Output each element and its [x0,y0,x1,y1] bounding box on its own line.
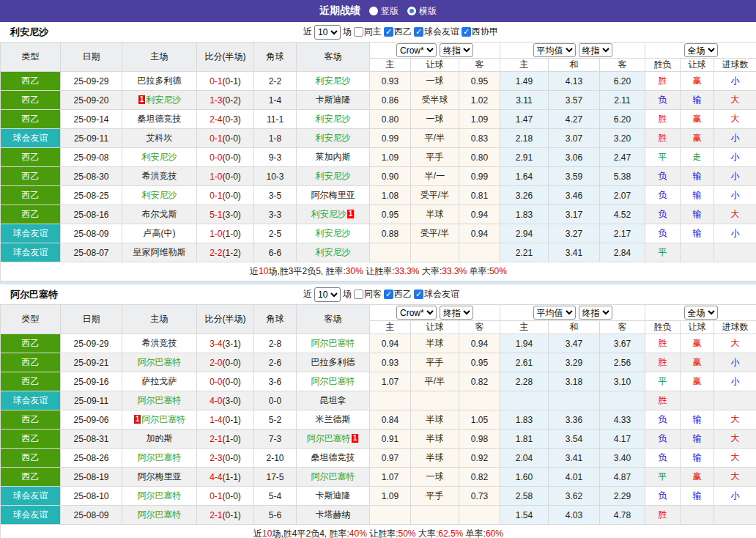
date-cell: 25-08-09 [61,506,122,525]
result-cell: 小 [714,167,756,186]
handicap-odds-cell: 0.83 [459,129,500,148]
bookmaker-select[interactable]: Crow* [396,43,437,57]
match-count-select[interactable]: 10 [314,25,341,40]
checkbox-icon[interactable]: ✓ [414,290,423,299]
corner-cell: 3-3 [254,205,297,224]
handicap-odds-cell: 1.07 [370,372,411,391]
team-cell-name: 利安尼沙 [316,228,351,238]
filter-games-label: 场 [343,288,352,301]
average-odds-cell: 3.41 [549,449,600,468]
result-cell: 赢 [681,353,714,372]
topbar: 近期战绩 竖版 横版 [0,0,756,22]
column-header: 客场 [297,43,370,72]
average-select[interactable]: 平均值 [533,306,576,320]
handicap-odds-cell: 0.99 [370,129,411,148]
handicap-odds-cell: 1.05 [459,410,500,430]
result-cell: 输 [681,487,714,506]
team-cell-name: 阿尔巴塞特 [138,452,182,463]
summary-row: 近10场,胜4平2负4, 胜率:40% 让胜率:50% 大率:62.5% 单率:… [1,525,756,538]
filter-checkbox-西协甲[interactable]: ✓西协甲 [462,26,498,38]
result-cell: 输 [681,430,714,449]
result-cell: 赢 [681,72,714,91]
away-team-cell: 昆坦拿 [297,391,370,410]
match-count-select[interactable]: 10 [314,287,341,302]
team-cell-name: 加的斯 [147,433,173,443]
full-match-select[interactable]: 全场 [684,43,718,57]
filter-games-label: 场 [343,26,352,38]
league-type-cell: 西乙 [1,205,61,224]
result-cell: 平 [645,148,681,167]
away-team-cell: 利安尼沙 [297,167,370,186]
team-sections-container: 利安尼沙近10场同主✓西乙✓球会友谊✓西协甲类型日期主场比分(半场)角球客场Cr… [0,22,756,538]
average-odds-cell: 2.47 [600,148,645,167]
handicap-odds-cell: 0.95 [370,205,411,224]
date-cell: 25-09-29 [61,72,122,91]
filter-checkbox-同客[interactable]: 同客 [354,288,382,301]
result-cell: 负 [645,205,681,224]
date-cell: 25-09-29 [61,334,122,353]
team-cell-name: 桑坦德竞技 [138,114,182,124]
corner-cell: 6-6 [254,243,297,262]
handicap-odds-cell [411,391,459,410]
score-cell: 3-4(3-1) [197,334,254,353]
result-cell: 胜 [645,72,681,91]
full-match-select[interactable]: 全场 [684,306,718,320]
summary-text: 近10场,胜3平2负5, 胜率:30% 让胜率:33.3% 大率:33.3% 单… [1,262,756,281]
league-type-cell: 西乙 [1,430,61,449]
handicap-odds-cell: 平手 [411,148,459,167]
checkbox-icon[interactable]: ✓ [462,27,471,37]
radio-icon-horizontal[interactable] [407,7,416,15]
checkbox-icon[interactable] [354,290,363,299]
column-header: 角球 [254,305,297,334]
average-odds-cell: 3.06 [549,148,600,167]
score-cell: 4-0(3-0) [197,391,254,410]
score-cell: 1-0(1-0) [197,224,254,243]
checkbox-label: 西协甲 [472,26,498,38]
bookmaker-select[interactable]: Crow* [396,306,437,320]
league-type-cell: 西乙 [1,372,61,391]
result-cell: 小 [714,148,756,167]
team-cell-name: 阿尔巴塞特 [311,376,355,386]
final-avg-select[interactable]: 终指 [579,43,612,57]
filter-checkbox-同主[interactable]: 同主 [354,26,382,38]
team-cell-name: 阿尔巴塞特 [138,395,182,405]
date-cell: 25-08-31 [61,430,122,449]
match-row: 西乙25-09-16萨拉戈萨0-0(0-0)3-6阿尔巴塞特1.07平/半0.8… [1,372,756,391]
league-type-cell: 西乙 [1,72,61,91]
radio-horizontal-layout[interactable]: 横版 [407,5,437,18]
filter-checkbox-西乙[interactable]: ✓西乙 [384,26,412,38]
average-odds-cell: 3.54 [549,430,600,449]
match-row: 球会友谊25-09-11阿尔巴塞特4-0(3-0)0-0昆坦拿胜 [1,391,756,410]
score-cell: 1-0(0-0) [197,167,254,186]
final-odds-select[interactable]: 终指 [440,43,473,57]
average-odds-cell: 2.58 [500,487,549,506]
final-odds-select[interactable]: 终指 [440,306,473,320]
team-cell-name: 布尔戈斯 [142,209,177,219]
radio-icon-vertical[interactable] [369,7,378,15]
filter-checkbox-球会友谊[interactable]: ✓球会友谊 [414,26,459,38]
odds-subcolumn-header: 让球 [681,321,714,334]
home-team-cell: 桑坦德竞技 [122,110,197,129]
average-odds-cell: 4.01 [549,468,600,487]
checkbox-icon[interactable]: ✓ [414,27,423,37]
corner-cell: 17-5 [254,468,297,487]
odds-subcolumn-header: 客 [459,321,500,334]
average-select[interactable]: 平均值 [533,43,576,57]
checkbox-icon[interactable] [354,27,363,37]
checkbox-icon[interactable]: ✓ [384,27,393,37]
odds-subcolumn-header: 主 [370,59,411,72]
result-cell: 赢 [681,110,714,129]
home-team-cell: 阿尔巴塞特 [122,506,197,525]
filter-checkbox-西乙[interactable]: ✓西乙 [384,288,412,301]
score-cell: 4-4(1-1) [197,468,254,487]
score-cell: 2-3(0-0) [197,449,254,468]
checkbox-icon[interactable]: ✓ [384,290,393,299]
handicap-odds-cell: 0.94 [459,334,500,353]
result-cell: 赢 [681,372,714,391]
score-cell: 0-1(0-0) [197,487,254,506]
radio-vertical-layout[interactable]: 竖版 [369,5,399,18]
match-row: 西乙25-08-31加的斯2-1(1-0)7-3阿尔巴塞特10.91半球0.98… [1,430,756,449]
final-avg-select[interactable]: 终指 [579,306,612,320]
handicap-odds-cell: 半/一 [411,167,459,186]
filter-checkbox-球会友谊[interactable]: ✓球会友谊 [414,288,459,301]
